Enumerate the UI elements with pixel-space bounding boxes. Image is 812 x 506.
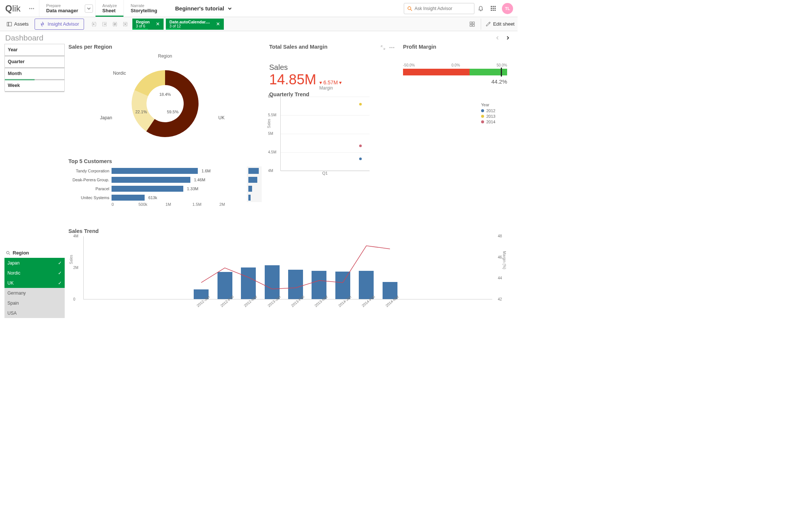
region-item-nordic[interactable]: Nordic✓ [4, 268, 65, 278]
svg-rect-9 [493, 8, 494, 9]
fullscreen-icon[interactable] [379, 44, 387, 51]
avatar[interactable]: TL [502, 3, 513, 14]
filter-quarter[interactable]: Quarter [4, 56, 65, 68]
sheet-header: Dashboard [0, 31, 518, 43]
kpi-label: Sales [269, 63, 396, 72]
bell-icon[interactable] [474, 0, 487, 17]
top5-title: Top 5 Customers [68, 158, 262, 164]
bullet-value: 44.2% [403, 78, 507, 85]
insight-search-input[interactable] [415, 6, 471, 11]
chevron-down-icon [227, 6, 232, 11]
legend-item[interactable]: 2014 [481, 120, 507, 124]
sheet-body: YearQuarterMonthWeek Region Japan✓Nordic… [0, 43, 518, 322]
svg-point-32 [393, 47, 394, 48]
region-item-spain[interactable]: Spain [4, 298, 65, 308]
next-sheet-icon[interactable] [503, 33, 512, 42]
assets-label: Assets [14, 21, 29, 27]
grid-icon[interactable] [487, 0, 500, 17]
svg-point-28 [7, 251, 9, 254]
region-filter-header[interactable]: Region [4, 248, 65, 258]
toolbar: Assets Insight Advisor Region3 of 6✕Date… [0, 17, 518, 31]
global-menu-icon[interactable] [24, 0, 39, 17]
bullet-scale-2: 50.0% [497, 63, 507, 67]
check-icon: ✓ [58, 280, 62, 286]
svg-line-4 [410, 9, 412, 11]
region-item-usa[interactable]: USA [4, 308, 65, 318]
svg-rect-14 [7, 22, 9, 26]
bullet-title: Profit Margin [403, 44, 507, 50]
region-item-japan[interactable]: Japan✓ [4, 258, 65, 268]
svg-point-2 [33, 8, 34, 9]
svg-point-0 [29, 8, 30, 9]
svg-rect-15 [9, 22, 12, 26]
salestrend-title: Sales Trend [68, 228, 507, 234]
app-title-text: Beginner's tutorial [175, 5, 224, 12]
step-back-icon[interactable] [89, 19, 99, 29]
edit-sheet-button[interactable]: Edit sheet [481, 19, 515, 30]
nav-analyze-big: Sheet [102, 8, 117, 13]
legend-item[interactable]: 2013 [481, 114, 507, 119]
insight-search[interactable] [404, 3, 474, 14]
bullet-scale-0: -50.0% [403, 63, 415, 67]
sales-trend-panel[interactable]: Sales Trend Sales Margin (%) 02M4M424446… [68, 228, 507, 317]
pie-label-uk: UK [218, 115, 225, 120]
top5-row[interactable]: Paracel1.33M [68, 184, 244, 193]
search-icon [407, 6, 412, 11]
more-icon[interactable] [388, 44, 396, 51]
nav-narrate[interactable]: Narrate Storytelling [123, 0, 164, 17]
svg-rect-7 [494, 6, 496, 7]
region-item-uk[interactable]: UK✓ [4, 278, 65, 288]
kpi-secondary-value: ▾ 6.57M ▾ [319, 80, 342, 85]
pie-pct-nordic: 18.4% [159, 92, 171, 97]
edit-sheet-label: Edit sheet [493, 21, 515, 27]
salestrend-y2label: Margin (%) [502, 251, 506, 269]
svg-rect-5 [491, 6, 492, 7]
clear-sel-icon[interactable] [120, 19, 130, 29]
top5-customers-panel[interactable]: Top 5 Customers Tandy Corporation1.6MDea… [68, 158, 262, 225]
bullet-scale-1: 0.0% [451, 63, 460, 67]
selection-tools [89, 19, 130, 29]
pie-label-nordic: Nordic [113, 71, 126, 76]
clear-all-icon[interactable] [110, 19, 120, 29]
nav-prepare-small: Prepare [46, 3, 78, 8]
pie-label-japan: Japan [100, 115, 112, 120]
app-title[interactable]: Beginner's tutorial [164, 0, 404, 17]
nav-analyze[interactable]: Analyze Sheet [95, 0, 123, 17]
close-icon[interactable]: ✕ [214, 21, 222, 27]
insight-advisor-button[interactable]: Insight Advisor [35, 19, 84, 30]
sales-per-region-panel[interactable]: Sales per Region Region Nordic Japan UK … [68, 44, 262, 155]
nav-prepare[interactable]: Prepare Data manager [39, 0, 85, 17]
pie-title: Sales per Region [68, 44, 262, 50]
top5-row[interactable]: Deak-Perera Group.1.46M [68, 175, 244, 184]
selection-chip[interactable]: Date.autoCalendar....3 of 12✕ [166, 19, 224, 30]
quarterly-trend-panel[interactable]: Quarterly Trend Sales 4M4.5M5M5.5M6M Q1 … [269, 158, 507, 225]
pie-pct-uk: 59.5% [167, 110, 178, 114]
quarterly-ylabel: Sales [267, 119, 271, 128]
svg-rect-26 [470, 25, 472, 26]
filter-month[interactable]: Month [4, 68, 65, 80]
selection-chip[interactable]: Region3 of 6✕ [132, 19, 164, 30]
close-icon[interactable]: ✕ [154, 21, 162, 27]
top5-row[interactable]: Unitec Systems613k [68, 193, 244, 202]
quarterly-xlabel: Q1 [280, 171, 370, 175]
filter-week[interactable]: Week [4, 80, 65, 91]
nav-narrate-small: Narrate [130, 3, 157, 8]
svg-point-3 [408, 7, 411, 10]
bookmarks-icon[interactable] [467, 19, 477, 29]
step-fwd-icon[interactable] [100, 19, 109, 29]
region-item-germany[interactable]: Germany [4, 288, 65, 298]
svg-rect-10 [494, 8, 496, 9]
svg-rect-13 [494, 10, 496, 11]
legend-item[interactable]: 2012 [481, 108, 507, 113]
top5-row[interactable]: Tandy Corporation1.6M [68, 166, 244, 175]
check-icon: ✓ [58, 260, 62, 266]
svg-rect-11 [491, 10, 492, 11]
prev-sheet-icon[interactable] [493, 33, 502, 42]
prepare-dropdown[interactable] [85, 4, 93, 13]
bullet-bar [403, 69, 507, 75]
svg-point-31 [392, 47, 393, 48]
kpi-value: 14.85M [269, 72, 316, 88]
content-grid: Sales per Region Region Nordic Japan UK … [68, 44, 513, 318]
filter-year[interactable]: Year [4, 44, 65, 56]
assets-button[interactable]: Assets [3, 19, 32, 29]
